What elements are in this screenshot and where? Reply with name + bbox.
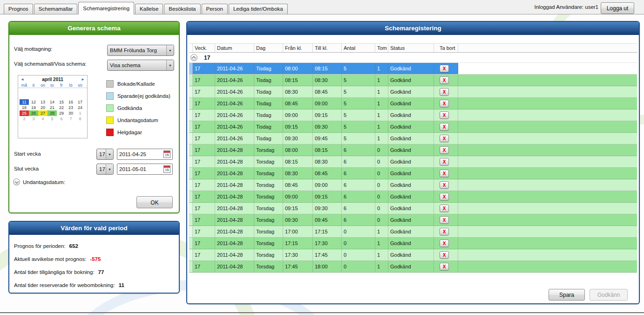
table-row[interactable]: 172011-04-28Torsdag09:1509:3060GodkändX (189, 203, 637, 214)
column-header-datum[interactable]: Datum (215, 44, 254, 52)
group-row-week[interactable]: 17 (189, 53, 637, 63)
delete-row-button[interactable]: X (440, 88, 449, 96)
calendar-day[interactable]: 27 (38, 110, 47, 116)
exception-dates-toggle[interactable]: Undantagsdatum: (13, 178, 65, 185)
tab-person[interactable]: Person (202, 4, 228, 14)
delete-row-button[interactable]: X (440, 111, 449, 119)
calendar-prev-icon[interactable]: ◄ (20, 77, 24, 82)
start-date-field[interactable]: 2011-04-25 15 (117, 149, 173, 160)
calendar-day[interactable]: 18 (20, 105, 29, 110)
calendar-day[interactable]: 11 (20, 99, 29, 105)
collapse-group-icon[interactable] (190, 54, 197, 61)
ok-button[interactable]: OK (136, 196, 173, 208)
end-week-dropdown[interactable]: 17 ▼ (96, 164, 114, 175)
delete-row-button[interactable]: X (440, 181, 449, 189)
calendar-day[interactable]: 20 (38, 105, 47, 110)
calendar-day[interactable]: 5 (47, 116, 57, 122)
calendar-day[interactable]: 2 (20, 116, 29, 122)
calendar-day[interactable]: 30 (66, 110, 75, 116)
delete-row-button[interactable]: X (440, 146, 449, 154)
column-header-tabort[interactable]: Ta bort (434, 44, 458, 52)
tab-prognos[interactable]: Prognos (4, 4, 33, 14)
table-row[interactable]: 172011-04-28Torsdag09:0009:1560GodkändX (189, 191, 637, 203)
delete-cell: X (434, 86, 458, 97)
delete-row-button[interactable]: X (440, 170, 449, 177)
delete-row-button[interactable]: X (440, 251, 449, 259)
delete-row-button[interactable]: X (440, 135, 449, 142)
table-row[interactable]: 172011-04-26Tisdag09:3009:4551GodkändX (189, 133, 637, 144)
table-row[interactable]: 172011-04-26Tisdag08:0008:1551GodkändX (189, 63, 637, 75)
delete-row-button[interactable]: X (440, 263, 449, 270)
calendar-day[interactable]: 19 (29, 105, 38, 110)
column-header-veck[interactable]: Veck. (193, 44, 215, 52)
delete-row-button[interactable]: X (440, 158, 449, 165)
table-row[interactable]: 172011-04-26Tisdag08:4509:0051GodkändX (189, 98, 637, 110)
delete-row-button[interactable]: X (440, 216, 449, 224)
logout-button[interactable]: Logga ut (601, 2, 634, 14)
calendar-day[interactable]: 28 (47, 110, 57, 116)
delete-row-button[interactable]: X (440, 228, 449, 235)
column-header-till[interactable]: Till kl. (313, 44, 342, 52)
template-dropdown[interactable]: Visa schema ▼ (107, 60, 174, 71)
end-date-field[interactable]: 2011-05-01 15 (117, 164, 173, 175)
table-row[interactable]: 172011-04-28Torsdag17:0017:1501GodkändX (189, 226, 637, 238)
calendar-day[interactable]: 8 (75, 116, 85, 122)
delete-row-button[interactable]: X (440, 123, 449, 130)
tab-schemamallar[interactable]: Schemamallar (34, 4, 78, 14)
calendar-day[interactable]: 7 (66, 116, 75, 122)
calendar-day[interactable]: 24 (75, 105, 85, 110)
table-row[interactable]: 172011-04-26Tisdag08:1508:3051GodkändX (189, 75, 637, 86)
table-row[interactable]: 172011-04-28Torsdag08:4509:0060GodkändX (189, 179, 637, 191)
column-header-dag[interactable]: Dag (254, 44, 283, 52)
table-row[interactable]: 172011-04-26Tisdag09:1509:3051GodkändX (189, 121, 637, 133)
delete-row-button[interactable]: X (440, 65, 449, 72)
table-row[interactable]: 172011-04-28Torsdag08:1508:3060GodkändX (189, 156, 637, 168)
calendar-day[interactable]: 22 (57, 105, 66, 110)
delete-row-button[interactable]: X (440, 240, 449, 247)
table-row[interactable]: 172011-04-28Torsdag08:3008:4560GodkändX (189, 168, 637, 179)
table-row[interactable]: 172011-04-28Torsdag17:4518:0001GodkändX (189, 261, 637, 273)
delete-row-button[interactable]: X (440, 76, 449, 84)
calendar-day[interactable]: 14 (47, 99, 57, 105)
table-row[interactable]: 172011-04-28Torsdag17:1517:3001GodkändX (189, 238, 637, 249)
table-row[interactable]: 172011-04-26Tisdag08:3008:4551GodkändX (189, 86, 637, 98)
calendar-day[interactable]: 16 (66, 99, 75, 105)
calendar-day[interactable]: 4 (38, 116, 47, 122)
tab-kallelse[interactable]: Kallelse (135, 4, 163, 14)
clinic-dropdown[interactable]: BMM Frölunda Torg ▼ (107, 45, 174, 56)
chevron-down-icon[interactable] (13, 178, 20, 185)
table-row[interactable]: 172011-04-28Torsdag08:0008:1560GodkändX (189, 144, 637, 156)
calendar-day[interactable]: 3 (29, 116, 38, 122)
column-header-status[interactable]: Status (388, 44, 434, 52)
calendar-day[interactable]: 6 (57, 116, 66, 122)
calendar-day[interactable]: 23 (66, 105, 75, 110)
column-header-antal[interactable]: Antal (342, 44, 375, 52)
delete-row-button[interactable]: X (440, 193, 449, 200)
table-row[interactable]: 172011-04-28Torsdag09:3009:4560GodkändX (189, 214, 637, 226)
calendar-day[interactable]: 17 (75, 99, 85, 105)
table-row[interactable]: 172011-04-28Torsdag17:3017:4501GodkändX (189, 249, 637, 261)
tab-besokslista[interactable]: Besökslista (164, 4, 200, 14)
calendar-day[interactable]: 12 (29, 99, 38, 105)
datepicker-icon[interactable]: 15 (163, 151, 170, 158)
approve-button[interactable]: Godkänn (590, 289, 628, 301)
delete-row-button[interactable]: X (440, 205, 449, 212)
tab-schemaregistrering[interactable]: Schemaregistrering (78, 2, 134, 14)
column-header-fran[interactable]: Från kl. (283, 44, 313, 52)
datepicker-icon[interactable]: 15 (163, 165, 170, 173)
calendar-day[interactable]: 15 (57, 99, 66, 105)
calendar-day[interactable]: 21 (47, 105, 57, 110)
calendar-day[interactable]: 1 (75, 110, 85, 116)
tab-lediga-tider-omboka[interactable]: Lediga tider/Omboka (229, 4, 288, 14)
calendar-day[interactable]: 26 (29, 110, 38, 116)
calendar-day[interactable]: 25 (20, 110, 29, 116)
period-values-rows: Prognos för perioden:652Aktuell avvikels… (9, 235, 179, 292)
delete-row-button[interactable]: X (440, 100, 449, 107)
calendar-day[interactable]: 29 (57, 110, 66, 116)
start-week-dropdown[interactable]: 17 ▼ (96, 149, 114, 160)
calendar-next-icon[interactable]: ► (81, 77, 85, 82)
column-header-tom[interactable]: Tom (375, 44, 388, 52)
calendar-day[interactable]: 13 (38, 99, 47, 105)
table-row[interactable]: 172011-04-26Tisdag09:0009:1551GodkändX (189, 110, 637, 121)
save-button[interactable]: Spara (549, 289, 585, 301)
